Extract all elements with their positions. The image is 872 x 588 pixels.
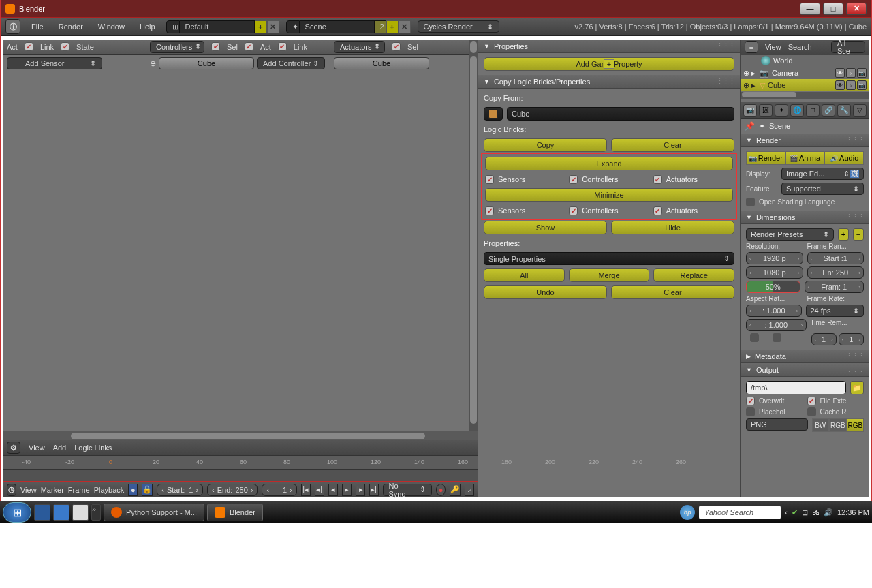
constraints-tab-icon[interactable]: 🔗 — [822, 104, 835, 117]
expand-button[interactable]: Expand — [485, 157, 733, 170]
format-dropdown[interactable]: PNG — [746, 418, 808, 431]
quick-launch-3[interactable] — [72, 504, 89, 521]
render-presets-dropdown[interactable]: Render Presets⇕ — [746, 228, 834, 241]
aspect-x-field[interactable]: ‹: 1.000› — [746, 305, 802, 317]
close-window-button[interactable]: ✕ — [846, 3, 867, 15]
add-scene-button[interactable]: + — [386, 20, 399, 33]
menu-help[interactable]: Help — [136, 21, 159, 32]
render-panel-header[interactable]: ▼Render⋮⋮⋮ — [741, 134, 869, 147]
maximize-window-button[interactable]: □ — [823, 3, 843, 15]
taskbar-app-blender[interactable]: Blender — [207, 504, 263, 521]
keyframe-next-button[interactable]: |▸ — [356, 484, 365, 496]
sync-dropdown[interactable]: No Sync⇕ — [383, 484, 433, 496]
pin-icon[interactable]: 📌 — [745, 121, 755, 131]
outliner-item-world[interactable]: World — [741, 55, 869, 67]
jump-start-button[interactable]: |◂ — [301, 484, 311, 496]
actuators-checkbox-2[interactable]: ✔ — [653, 206, 662, 215]
render-button[interactable]: 📷Render — [746, 151, 785, 165]
tray-icon-2[interactable]: ⊡ — [802, 508, 808, 517]
timeline-ruler[interactable]: -40-200204060801001201401601802002202402… — [3, 455, 478, 470]
outliner-search-menu[interactable]: Search — [788, 43, 812, 51]
timeline-view-menu[interactable]: View — [20, 486, 37, 494]
render-tab-icon[interactable]: 📷 — [743, 104, 757, 117]
cursor-icon[interactable]: ▹ — [846, 68, 856, 78]
eye-icon[interactable]: 👁 — [835, 68, 845, 78]
menu-render[interactable]: Render — [54, 21, 87, 32]
jump-end-button[interactable]: ▸| — [369, 484, 379, 496]
file-ext-checkbox[interactable]: ✔ — [807, 397, 816, 405]
render-icon[interactable]: 📷 — [857, 68, 867, 78]
cube-object-button[interactable]: Cube — [159, 57, 254, 69]
link-checkbox-2[interactable]: ✔ — [278, 42, 287, 51]
placeholder-checkbox[interactable] — [746, 407, 755, 416]
timeline-frame-menu[interactable]: Frame — [68, 486, 90, 494]
browse-folder-button[interactable]: 📁 — [850, 381, 864, 394]
outliner-item-cube[interactable]: ⊕▸▽Cube 👁▹📷 — [741, 79, 869, 91]
tray-clock[interactable]: 12:36 PM — [837, 508, 869, 516]
expand-icon[interactable]: ⊕ — [150, 57, 156, 428]
controllers-dropdown[interactable]: Controllers⇕ — [150, 41, 204, 53]
start-button[interactable]: ⊞ — [3, 502, 31, 523]
res-y-field[interactable]: ‹1080 p› — [746, 266, 803, 279]
cursor-icon[interactable]: ▹ — [846, 80, 856, 90]
hide-button[interactable]: Hide — [611, 221, 734, 234]
sel-checkbox-2[interactable]: ✔ — [392, 42, 401, 51]
world-tab-icon[interactable]: 🌐 — [790, 104, 804, 117]
rgba-button[interactable]: RGB — [847, 418, 865, 432]
aspect-y-field[interactable]: ‹: 1.000› — [746, 319, 807, 331]
keyframe-prev-button[interactable]: ◂| — [315, 484, 324, 496]
copy-button[interactable]: Copy — [484, 138, 607, 152]
clear-button[interactable]: Clear — [611, 138, 734, 152]
start-frame-field[interactable]: ‹Start :1› — [807, 252, 865, 264]
menu-file[interactable]: File — [27, 21, 48, 32]
record-button[interactable]: ● — [436, 484, 446, 496]
screen-layout-dropdown[interactable]: ⊞ Default + ✕ — [166, 20, 279, 33]
timeline-marker-menu[interactable]: Marker — [41, 486, 64, 494]
add-preset-button[interactable]: + — [838, 228, 849, 241]
act-checkbox-2[interactable]: ✔ — [245, 42, 253, 51]
lock-button[interactable]: 🔒 — [142, 484, 153, 496]
metadata-panel-header[interactable]: ▶Metadata⋮⋮⋮ — [741, 350, 869, 363]
tray-network-icon[interactable]: 🖧 — [812, 508, 820, 516]
tray-icon-1[interactable]: ✔ — [792, 508, 798, 517]
scene-dropdown[interactable]: ✦ Scene 2 + ✕ — [286, 20, 411, 33]
yahoo-search-input[interactable]: Yahoo! Search — [699, 506, 781, 519]
act-checkbox[interactable]: ✔ — [25, 42, 33, 51]
overwrite-checkbox[interactable]: ✔ — [746, 397, 755, 405]
play-button[interactable]: ▸ — [342, 484, 352, 496]
eye-icon[interactable]: 👁 — [835, 80, 845, 90]
cache-checkbox[interactable] — [807, 407, 816, 416]
play-reverse-button[interactable]: ◂ — [328, 484, 338, 496]
outliner-item-camera[interactable]: ⊕▸📷Camera 👁▹📷 — [741, 67, 869, 79]
data-tab-icon[interactable]: ▽ — [853, 104, 867, 117]
output-panel-header[interactable]: ▼Output⋮⋮⋮ — [741, 363, 869, 377]
delete-scene-button[interactable]: ✕ — [399, 20, 411, 33]
output-path-field[interactable]: /tmp\ — [746, 381, 846, 394]
rgb-button[interactable]: RGB — [829, 418, 847, 432]
show-button[interactable]: Show — [484, 221, 607, 234]
add-sensor-button[interactable]: Add Sensor⇕ — [7, 57, 102, 69]
copy-logic-panel-header[interactable]: ▼ Copy Logic Bricks/Properties ⋮⋮⋮ — [478, 75, 740, 89]
sensors-checkbox-2[interactable]: ✔ — [485, 206, 494, 215]
sel-checkbox[interactable]: ✔ — [211, 42, 220, 51]
outliner-view-menu[interactable]: View — [765, 43, 781, 51]
tray-volume-icon[interactable]: 🔊 — [824, 508, 833, 517]
logic-view-menu[interactable]: View — [29, 444, 45, 452]
delete-layout-button[interactable]: ✕ — [267, 20, 279, 33]
controllers-checkbox-2[interactable]: ✔ — [569, 206, 578, 215]
fps-dropdown[interactable]: 24 fps⇕ — [806, 305, 865, 317]
controllers-checkbox-1[interactable]: ✔ — [569, 175, 578, 184]
end-frame-field[interactable]: ‹End:250› — [207, 484, 258, 496]
minimize-window-button[interactable]: — — [800, 3, 820, 15]
drag-grip-icon[interactable]: ⋮⋮⋮ — [716, 77, 734, 86]
osl-checkbox[interactable] — [746, 198, 755, 206]
crop-checkbox[interactable] — [773, 333, 781, 342]
tray-expand-icon[interactable]: ‹ — [785, 508, 788, 516]
hp-icon[interactable]: hp — [680, 505, 695, 520]
keying-set-icon[interactable]: 🔑 — [450, 484, 461, 496]
scene-breadcrumb[interactable]: Scene — [769, 122, 790, 130]
properties-panel-header[interactable]: ▼ Properties ⋮⋮⋮ — [478, 40, 740, 53]
audio-button[interactable]: 🔊Audio — [824, 151, 864, 165]
timeline-editor-icon[interactable]: ◷ — [7, 484, 16, 496]
actuators-checkbox-1[interactable]: ✔ — [653, 175, 662, 184]
